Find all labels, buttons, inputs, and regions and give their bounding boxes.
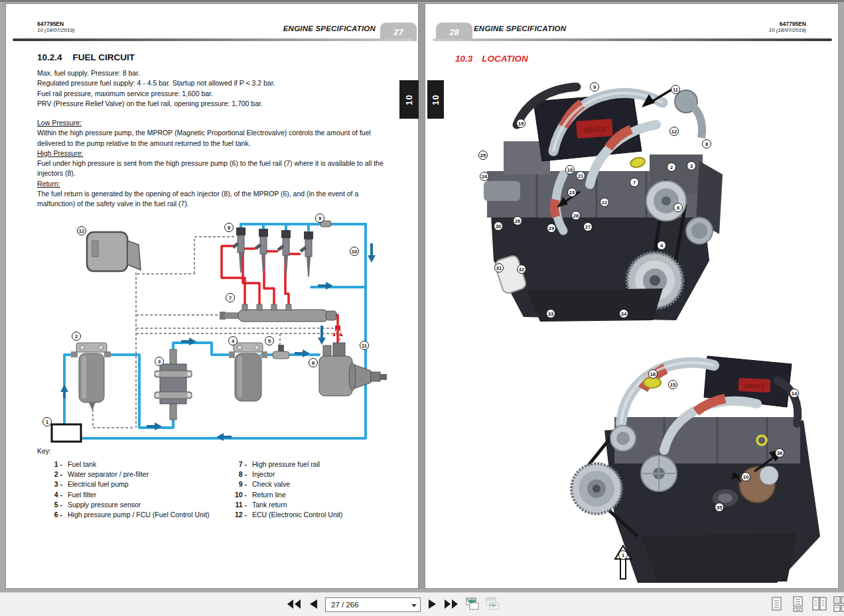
key-item: 9 -Check valve [230, 479, 343, 489]
previous-page-icon [310, 599, 317, 609]
document-viewer: 647795EN 10 (18/07/2019) ENGINE SPECIFIC… [0, 0, 844, 616]
callout-2: 2 [72, 332, 81, 341]
doc-revision: 10 (18/07/2019) [769, 27, 807, 34]
engine-illustration-bottom: DEUTZ [558, 318, 831, 588]
key-list: Key: 1 -Fuel tank2 -Water separator / pr… [37, 447, 395, 460]
continuous-facing-view-icon [833, 596, 844, 612]
callout-7: 7 [630, 178, 639, 187]
key-item: 1 -Fuel tank [45, 460, 210, 469]
callout-24: 24 [480, 172, 489, 181]
callout-23: 23 [567, 188, 577, 197]
next-page-button[interactable] [425, 595, 439, 613]
doc-header-right: 647795EN 10 (18/07/2019) [769, 21, 807, 34]
key-item: 11 -Tank return [230, 500, 343, 510]
key-item-number: 9 - [230, 479, 247, 489]
callout-18: 18 [565, 165, 575, 174]
callout-9: 9 [590, 82, 599, 92]
key-item: 2 -Water separator / pre-filter [45, 469, 210, 479]
intro-line: Regulated pressure fuel supply: 4 - 4.5 … [37, 78, 275, 88]
doc-code: 647795EN [769, 21, 807, 27]
single-page-view-icon [770, 596, 783, 612]
fuel-filter-symbol [229, 343, 267, 401]
callout-10: 10 [741, 472, 750, 481]
callout-8: 8 [224, 223, 234, 232]
window-top-edge [0, 0, 844, 2]
engine-brand-label: DEUTZ [744, 383, 765, 391]
engine-brand-label: DEUTZ [583, 125, 606, 134]
engine-illustration-top: DEUTZ [464, 62, 729, 327]
previous-view-button[interactable] [464, 595, 481, 613]
water-separator-symbol [71, 343, 111, 410]
key-item: 10 -Return line [230, 490, 343, 500]
chapter-tab-label: 10 [431, 94, 441, 105]
section-number: 10.2.4 [37, 52, 62, 62]
callout-9: 9 [315, 214, 324, 223]
callout-34: 34 [619, 309, 628, 318]
key-item-number: 7 - [230, 460, 247, 469]
single-page-view-button[interactable] [768, 595, 785, 613]
key-item-number: 3 - [45, 479, 62, 489]
next-page-icon [429, 599, 436, 609]
facing-pages-view-button[interactable] [811, 595, 828, 613]
key-column-1: 1 -Fuel tank2 -Water separator / pre-fil… [45, 460, 210, 520]
callout-30: 30 [494, 221, 503, 231]
chapter-title: ENGINE SPECIFICATION [474, 25, 566, 32]
callout-36: 36 [775, 448, 784, 458]
chevron-down-icon [411, 604, 417, 607]
chapter-tab-label: 10 [404, 94, 414, 105]
chapter-tab-right: 10 [427, 80, 444, 119]
facing-pages-view-icon [811, 596, 827, 612]
paragraph-label: Low Pressure: [37, 118, 395, 128]
fuel-circuit-figure: 123456789101112 [26, 212, 402, 444]
key-item-label: Water separator / pre-filter [68, 469, 149, 479]
callout-25: 25 [478, 151, 488, 160]
key-item: 6 -High pressure pump / FCU (Fuel Contro… [45, 510, 210, 520]
pressure-paragraphs: Low Pressure:Within the high pressure pu… [37, 118, 395, 210]
callout-16: 16 [648, 369, 658, 379]
key-item-label: High pressure fuel rail [252, 460, 320, 469]
hp-pump-symbol [319, 343, 387, 396]
callout-31: 31 [494, 263, 504, 273]
callout-5: 5 [265, 336, 274, 345]
ecu-symbol [87, 232, 141, 271]
fuel-rail-symbol [220, 304, 336, 322]
continuous-view-button[interactable] [789, 595, 806, 613]
callout-35: 35 [715, 503, 724, 512]
callout-27: 27 [583, 222, 593, 231]
key-item: 5 -Supply pressure sensor [45, 500, 210, 510]
last-page-icon [445, 599, 458, 609]
callout-11: 11 [671, 85, 680, 94]
callout-15: 15 [668, 380, 677, 389]
paragraph-text: Within the high pressure pump, the MPROP… [37, 128, 395, 149]
next-view-button[interactable] [484, 595, 501, 613]
previous-page-button[interactable] [306, 595, 320, 613]
callout-29: 29 [547, 223, 556, 233]
fuel-tank-symbol [52, 424, 81, 442]
continuous-facing-view-button[interactable] [833, 595, 844, 613]
key-item-number: 5 - [45, 500, 62, 510]
chapter-tab-left: 10 [399, 80, 419, 119]
doc-code: 647795EN [37, 21, 75, 27]
callout-28: 28 [571, 211, 581, 220]
first-page-button[interactable] [285, 595, 303, 613]
page-select[interactable]: 27 / 266 [325, 597, 421, 612]
callout-21: 21 [576, 171, 585, 180]
doc-revision: 10 (18/07/2019) [37, 27, 75, 34]
paragraph-text: Fuel under high pressure is sent from th… [37, 158, 395, 179]
callout-19: 19 [516, 119, 526, 128]
section-heading: 10.2.4FUEL CIRCUIT [37, 52, 135, 62]
last-page-button[interactable] [443, 595, 460, 613]
callout-4: 4 [228, 336, 238, 345]
chapter-title: ENGINE SPECIFICATION [283, 25, 376, 32]
callout-12: 12 [77, 226, 86, 235]
key-item-number: 4 - [45, 490, 62, 500]
paragraph-label: High Pressure: [37, 149, 395, 158]
callout-4: 4 [657, 241, 666, 250]
intro-line: Fuel rail pressure, maximum service pres… [37, 89, 275, 99]
key-item-label: Supply pressure sensor [68, 500, 141, 510]
callout-14: 14 [790, 389, 799, 398]
callout-33: 33 [546, 309, 555, 318]
engine-figure-bottom: DEUTZ [558, 318, 831, 588]
callout-22: 22 [600, 198, 609, 207]
callout-1: 1 [618, 550, 628, 560]
